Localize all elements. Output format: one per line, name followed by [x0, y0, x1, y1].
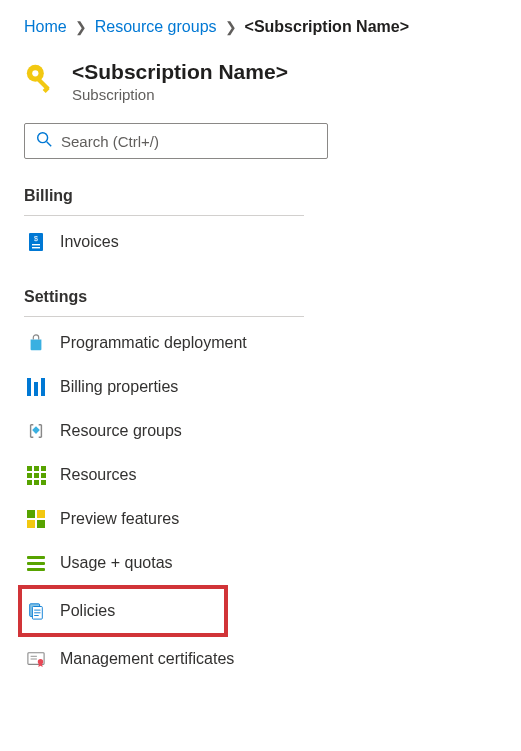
search-box[interactable] [24, 123, 328, 159]
breadcrumb-current: <Subscription Name> [245, 18, 410, 36]
sidebar-item-invoices[interactable]: $ Invoices [24, 220, 304, 264]
section-billing: Billing $ Invoices [24, 187, 497, 264]
breadcrumb-resource-groups[interactable]: Resource groups [95, 18, 217, 36]
sidebar-item-label: Billing properties [60, 378, 178, 396]
section-settings: Settings Programmatic deployment Billing… [24, 288, 497, 681]
svg-rect-9 [32, 247, 40, 248]
sidebar-item-programmatic-deployment[interactable]: Programmatic deployment [24, 321, 304, 365]
svg-rect-10 [32, 426, 40, 434]
page-header: <Subscription Name> Subscription [24, 60, 497, 103]
search-icon [35, 130, 61, 152]
sidebar-item-policies[interactable]: Policies [24, 589, 224, 633]
list-lines-icon [26, 553, 46, 573]
sidebar-item-label: Resource groups [60, 422, 182, 440]
sidebar-item-label: Programmatic deployment [60, 334, 247, 352]
bars-icon [26, 377, 46, 397]
resource-group-icon [26, 421, 46, 441]
svg-line-5 [47, 142, 52, 147]
sidebar-item-preview-features[interactable]: Preview features [24, 497, 304, 541]
sidebar-item-label: Resources [60, 466, 136, 484]
invoice-icon: $ [26, 232, 46, 252]
sidebar-item-label: Policies [60, 602, 115, 620]
policy-icon [26, 601, 46, 621]
sidebar-item-resource-groups[interactable]: Resource groups [24, 409, 304, 453]
grid-icon [26, 465, 46, 485]
sidebar-item-usage-quotas[interactable]: Usage + quotas [24, 541, 304, 585]
sidebar-item-billing-properties[interactable]: Billing properties [24, 365, 304, 409]
sidebar-item-management-certificates[interactable]: Management certificates [24, 637, 304, 681]
sidebar-item-label: Management certificates [60, 650, 234, 668]
svg-text:$: $ [34, 235, 38, 242]
search-input[interactable] [61, 133, 317, 150]
sidebar-item-resources[interactable]: Resources [24, 453, 304, 497]
page-subtitle: Subscription [72, 86, 288, 103]
breadcrumb: Home ❯ Resource groups ❯ <Subscription N… [24, 18, 497, 36]
certificate-icon [26, 649, 46, 669]
chevron-right-icon: ❯ [225, 19, 237, 35]
bag-icon [26, 333, 46, 353]
preview-icon [26, 509, 46, 529]
section-title-billing: Billing [24, 187, 304, 216]
sidebar-item-label: Usage + quotas [60, 554, 173, 572]
key-icon [24, 62, 58, 96]
svg-point-1 [32, 70, 38, 76]
svg-point-4 [38, 133, 48, 143]
section-title-settings: Settings [24, 288, 304, 317]
breadcrumb-home[interactable]: Home [24, 18, 67, 36]
sidebar-item-label: Preview features [60, 510, 179, 528]
svg-rect-8 [32, 244, 40, 245]
highlight-box: Policies [18, 585, 228, 637]
page-title: <Subscription Name> [72, 60, 288, 84]
sidebar-item-label: Invoices [60, 233, 119, 251]
chevron-right-icon: ❯ [75, 19, 87, 35]
